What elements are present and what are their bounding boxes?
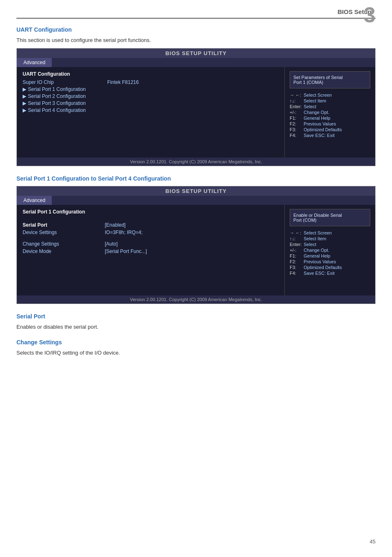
device-settings-value: IO=3F8h; IRQ=4; [105, 230, 143, 235]
nav-key-updown-1: ↑↓: [290, 98, 304, 103]
nav-f3-2: F3: Optimized Defaults [290, 265, 370, 270]
nav-key-f1-2: F1: [290, 253, 304, 258]
advanced-tab-2[interactable]: Advanced [17, 196, 52, 205]
change-settings-sub-title: Change Settings [16, 339, 376, 346]
serial-port4-row[interactable]: ▶ Serial Port 4 Configuration [23, 107, 279, 113]
change-settings-row[interactable]: Change Settings [Auto] [23, 241, 279, 247]
nav-f1-2: F1: General Help [290, 253, 370, 258]
arrow-icon-3: ▶ [23, 100, 26, 106]
nav-enter-2: Enter: Select [290, 242, 370, 247]
nav-key-f2-1: F2: [290, 121, 304, 126]
chapter-number: 3 [364, 4, 376, 26]
bios-footer-1: Version 2.00.1201. Copyright (C) 2009 Am… [17, 158, 375, 166]
nav-f1-1: F1: General Help [290, 116, 370, 121]
nav-select-item-2: ↑↓: Select Item [290, 236, 370, 241]
serial-port3-row[interactable]: ▶ Serial Port 3 Configuration [23, 100, 279, 106]
serial-bios-box: BIOS SETUP UTILITY Advanced Serial Port … [16, 186, 376, 304]
serial-port-sub-title: Serial Port [16, 313, 376, 320]
serial-port1-label: Serial Port 1 Configuration [28, 86, 86, 92]
help-subtitle-2: Port (COM) [293, 218, 367, 223]
change-settings-subsection: Change Settings Selects the IO/IRQ setti… [16, 339, 376, 356]
nav-key-enter-2: Enter: [290, 242, 304, 247]
nav-desc-f2-1: Previous Values [304, 121, 336, 126]
nav-key-plus-1: +/-: [290, 110, 304, 115]
bios-left-panel-2: Serial Port 1 Configuration Serial Port … [17, 205, 285, 295]
bios-right-panel-2: Enable or Disable Serial Port (COM) → ←:… [285, 205, 375, 295]
page-header: BIOS Setup 3 [16, 8, 376, 19]
nav-desc-f3-1: Optimized Defaults [304, 127, 342, 132]
nav-key-arrows-1: → ←: [290, 93, 304, 97]
nav-desc-change-1: Change Opt. [304, 110, 329, 115]
nav-key-f3-1: F3: [290, 127, 304, 132]
nav-key-updown-2: ↑↓: [290, 236, 304, 241]
uart-description: This section is used to configure the se… [16, 37, 376, 43]
nav-f4-2: F4: Save ESC: Exit [290, 271, 370, 276]
help-box-1: Set Parameters of Serial Port 1 (COMA) [290, 71, 370, 88]
serial-port-value: [Enabled] [105, 222, 126, 228]
nav-change-1: +/-: Change Opt. [290, 110, 370, 115]
serial-port1-row[interactable]: ▶ Serial Port 1 Configuration [23, 86, 279, 92]
nav-desc-f3-2: Optimized Defaults [304, 265, 342, 270]
serial-port-config-title: Serial Port 1 Configuration [23, 209, 279, 215]
device-mode-row[interactable]: Device Mode [Serial Port Func...] [23, 248, 279, 254]
nav-desc-select-item-2: Select Item [304, 236, 326, 241]
nav-desc-select-screen-1: Select Screen [304, 93, 332, 97]
help-box-2: Enable or Disable Serial Port (COM) [290, 209, 370, 226]
bios-content-1: UART Configuration Super IO Chip Fintek … [17, 67, 375, 158]
arrow-icon-2: ▶ [23, 93, 26, 99]
nav-desc-f4-2: Save ESC: Exit [304, 271, 334, 276]
serial-port4-label: Serial Port 4 Configuration [28, 107, 86, 113]
nav-box-2: → ←: Select Screen ↑↓: Select Item Enter… [290, 230, 370, 276]
nav-key-f4-2: F4: [290, 271, 304, 276]
device-settings-label: Device Settings [23, 230, 105, 235]
change-settings-label: Change Settings [23, 241, 105, 247]
serial-port-section: Serial Port 1 Configuration to Serial Po… [16, 175, 376, 304]
nav-key-arrows-2: → ←: [290, 230, 304, 235]
serial-port-label: Serial Port [23, 222, 105, 228]
arrow-icon-4: ▶ [23, 107, 26, 113]
uart-bios-box: BIOS SETUP UTILITY Advanced UART Configu… [16, 48, 376, 166]
advanced-tab-1[interactable]: Advanced [17, 58, 52, 67]
nav-desc-f4-1: Save ESC: Exit [304, 133, 334, 138]
help-title-1: Set Parameters of Serial [293, 75, 367, 80]
serial-port2-row[interactable]: ▶ Serial Port 2 Configuration [23, 93, 279, 99]
change-settings-sub-desc: Selects the IO/IRQ setting of the I/O de… [16, 350, 376, 356]
nav-key-plus-2: +/-: [290, 248, 304, 253]
nav-f2-1: F2: Previous Values [290, 121, 370, 126]
serial-port-sub-desc: Enables or disables the serial port. [16, 324, 376, 330]
serial-port-row[interactable]: Serial Port [Enabled] [23, 222, 279, 228]
device-settings-row: Device Settings IO=3F8h; IRQ=4; [23, 230, 279, 235]
super-io-value: Fintek F81216 [107, 79, 139, 85]
serial-port-subsection: Serial Port Enables or disables the seri… [16, 313, 376, 330]
nav-key-f4-1: F4: [290, 133, 304, 138]
bios-title-2: BIOS SETUP UTILITY [17, 186, 375, 196]
serial-port2-label: Serial Port 2 Configuration [28, 93, 86, 99]
nav-select-item-1: ↑↓: Select Item [290, 98, 370, 103]
bios-footer-2: Version 2.00.1201. Copyright (C) 2009 Am… [17, 295, 375, 304]
bios-content-2: Serial Port 1 Configuration Serial Port … [17, 205, 375, 295]
uart-config-title: UART Configuration [23, 71, 279, 77]
nav-desc-f1-2: General Help [304, 253, 330, 258]
serial-port3-label: Serial Port 3 Configuration [28, 100, 86, 106]
uart-section-title: UART Configuration [16, 26, 376, 33]
nav-f4-1: F4: Save ESC: Exit [290, 133, 370, 138]
device-mode-value: [Serial Port Func...] [105, 248, 147, 254]
nav-box-1: → ←: Select Screen ↑↓: Select Item Enter… [290, 93, 370, 138]
nav-key-f3-2: F3: [290, 265, 304, 270]
help-subtitle-1: Port 1 (COMA) [293, 80, 367, 85]
bios-tab-bar-2: Advanced [17, 196, 375, 205]
nav-select-screen-1: → ←: Select Screen [290, 93, 370, 97]
nav-desc-f2-2: Previous Values [304, 259, 336, 264]
nav-enter-1: Enter: Select [290, 104, 370, 109]
nav-desc-select-screen-2: Select Screen [304, 230, 332, 235]
nav-f2-2: F2: Previous Values [290, 259, 370, 264]
nav-desc-change-2: Change Opt. [304, 248, 329, 253]
device-mode-label: Device Mode [23, 248, 105, 254]
bios-right-panel-1: Set Parameters of Serial Port 1 (COMA) →… [285, 67, 375, 158]
arrow-icon-1: ▶ [23, 86, 26, 92]
nav-desc-enter-1: Select [304, 104, 316, 109]
serial-port-section-title: Serial Port 1 Configuration to Serial Po… [16, 175, 376, 182]
nav-f3-1: F3: Optimized Defaults [290, 127, 370, 132]
help-title-2: Enable or Disable Serial [293, 213, 367, 218]
nav-desc-enter-2: Select [304, 242, 316, 247]
